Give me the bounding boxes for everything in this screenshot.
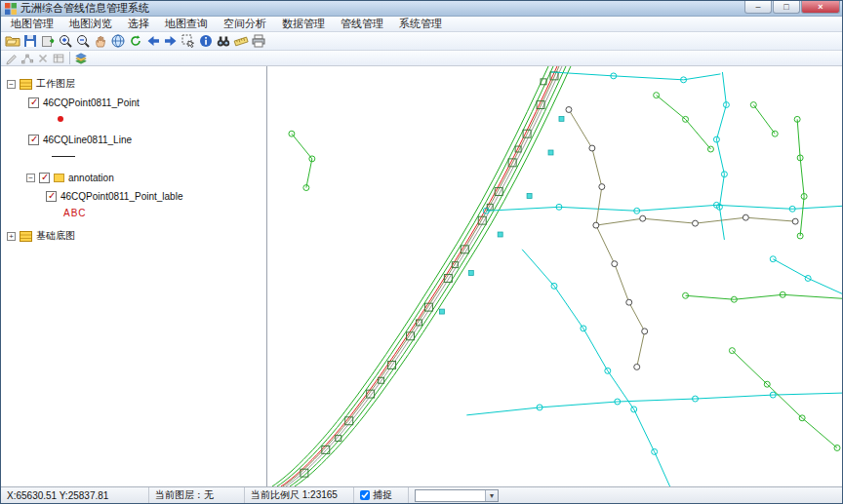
base-map-label: 基础底图 [36,229,75,243]
snap-checkbox[interactable] [360,490,370,500]
current-layer-readout: 当前图层：无 [149,487,245,503]
menu-item-select[interactable]: 选择 [120,16,157,32]
zoom-in-icon[interactable] [57,33,74,50]
menu-item-system-management[interactable]: 系统管理 [391,16,450,32]
base-map-node[interactable]: 基础底图 [7,228,266,244]
maximize-button[interactable]: □ [773,1,800,14]
line-layer-checkbox[interactable] [28,135,39,145]
refresh-icon[interactable] [127,33,144,50]
close-button[interactable]: × [801,1,840,14]
find-icon[interactable] [215,33,232,50]
save-icon[interactable] [21,33,39,50]
label-layer-checkbox[interactable] [46,191,57,202]
olive-nodes [566,107,798,370]
title-bar: 元洲综合管线信息管理系统 – □ × [1,1,842,17]
collapse-icon[interactable] [7,80,16,89]
app-icon [5,3,17,15]
open-map-icon[interactable] [4,33,21,50]
window-controls: – □ × [743,1,840,14]
identify-icon[interactable] [197,33,215,50]
window-title: 元洲综合管线信息管理系统 [20,1,149,16]
work-layers-label: 工作图层 [36,77,75,91]
label-legend-row: ABC [7,206,266,219]
coordinates-readout: X:65630.51 Y:25837.81 [1,487,149,503]
map-view[interactable] [267,66,842,486]
line-layer-legend-row [7,149,266,163]
corridor-node-symbols [301,72,558,477]
label-layer-row[interactable]: 46CQPoint0811_Point_lable [7,188,266,204]
corridor-cyan-symbols [439,116,564,314]
scale-readout: 当前比例尺 1:23165 [245,487,354,503]
point-layer-row[interactable]: 46CQPoint0811_Point [7,95,266,110]
app-window: 元洲综合管线信息管理系统 – □ × 地图管理 地图浏览 选择 地图查询 空间分… [0,0,843,504]
attributes-icon[interactable] [51,52,66,65]
minimize-button[interactable]: – [744,1,772,14]
point-layer-label: 46CQPoint0811_Point [43,97,140,108]
status-bar: X:65630.51 Y:25837.81 当前图层：无 当前比例尺 1:231… [1,486,842,503]
label-legend-symbol: ABC [63,208,87,218]
line-layer-row[interactable]: 46CQLine0811_Line [7,132,266,147]
measure-icon[interactable] [232,33,250,50]
edit-sketch-icon[interactable] [4,52,20,65]
snap-label: 捕捉 [373,488,392,502]
layers-panel: 工作图层 46CQPoint0811_Point 46CQLine0811_Li… [1,66,267,486]
main-area: 工作图层 46CQPoint0811_Point 46CQLine0811_Li… [1,66,842,486]
menu-item-pipeline-management[interactable]: 管线管理 [333,16,391,32]
zoom-out-icon[interactable] [74,33,92,50]
point-legend-symbol [58,116,63,122]
olive-pipelines [569,109,795,367]
menu-item-map-browse[interactable]: 地图浏览 [61,16,120,32]
snap-toggle-segment: 捕捉 [354,487,409,503]
snap-layer-dropdown[interactable]: ▾ [415,489,499,502]
green-pipelines [289,93,842,451]
next-view-icon[interactable] [162,33,180,50]
print-icon[interactable] [250,33,267,50]
select-features-icon[interactable] [180,33,197,50]
menu-item-map-management[interactable]: 地图管理 [3,16,61,32]
expand-icon[interactable] [7,232,16,241]
previous-view-icon[interactable] [144,33,162,50]
layer-group-icon [20,79,32,90]
menu-item-map-query[interactable]: 地图查询 [157,16,216,32]
annotation-checkbox[interactable] [39,173,50,183]
point-layer-legend-row [7,112,266,126]
chevron-down-icon[interactable]: ▾ [485,490,498,501]
layer-manager-icon[interactable] [73,52,89,65]
annotation-label: annotation [68,173,114,183]
point-layer-checkbox[interactable] [28,97,39,108]
menu-item-spatial-analysis[interactable]: 空间分析 [216,16,274,32]
delete-feature-icon[interactable] [35,52,51,65]
layer-group-icon [20,231,32,242]
annotation-icon [54,174,64,182]
line-legend-symbol [52,156,75,157]
toolbar-separator [69,52,70,64]
annotation-group-node[interactable]: annotation [7,170,266,185]
map-canvas[interactable] [267,66,842,486]
label-layer-label: 46CQPoint0811_Point_lable [60,191,182,202]
collapse-icon[interactable] [26,174,35,182]
menu-bar: 地图管理 地图浏览 选择 地图查询 空间分析 数据管理 管线管理 系统管理 [1,17,842,32]
line-layer-label: 46CQLine0811_Line [43,135,132,145]
move-vertex-icon[interactable] [20,52,35,65]
work-layers-node[interactable]: 工作图层 [7,76,266,92]
pan-icon[interactable] [92,33,109,50]
menu-item-data-management[interactable]: 数据管理 [274,16,333,32]
edit-toolbar [1,51,842,66]
main-toolbar [1,32,842,51]
export-icon[interactable] [39,33,57,50]
full-extent-icon[interactable] [109,33,127,50]
pipeline-corridor [272,66,571,486]
